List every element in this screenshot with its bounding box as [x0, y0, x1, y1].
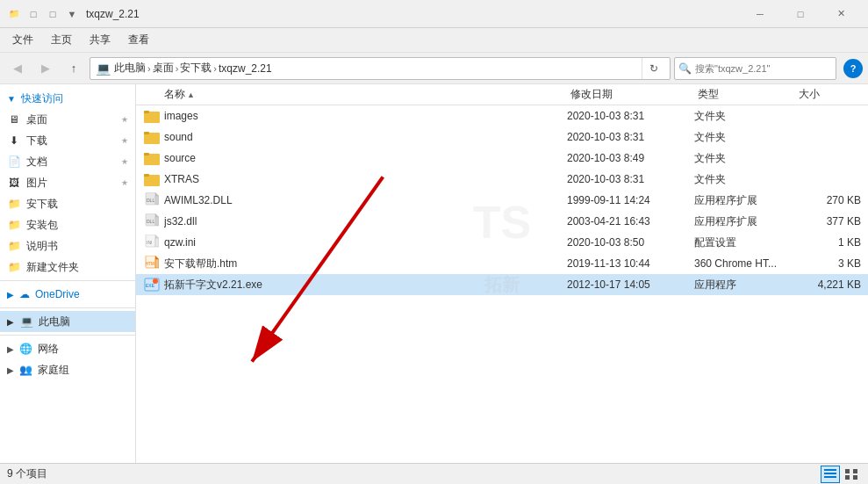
network-icon: 🌐 [19, 343, 32, 355]
search-icon: 🔍 [678, 62, 692, 75]
status-count: 9 个项目 [7, 466, 47, 481]
file-name-qzw-ini: qzw.ini [164, 236, 567, 249]
file-type-images: 文件夹 [694, 109, 795, 124]
file-name-source: source [164, 152, 567, 164]
view-details-button[interactable] [821, 466, 840, 483]
folder-icon-sound [143, 128, 161, 146]
back-button[interactable]: ◀ [5, 56, 30, 81]
file-size-htm: 3 KB [795, 257, 861, 270]
breadcrumb-download[interactable]: 安下载 [180, 61, 212, 76]
svg-rect-36 [853, 475, 857, 480]
folder-icon-source [143, 149, 161, 167]
title-bar-icons: 📁 □ □ ▼ [7, 7, 79, 21]
up-button[interactable]: ↑ [61, 56, 86, 81]
svg-rect-8 [144, 174, 149, 177]
pin-icon-desktop: ★ [121, 115, 128, 124]
col-header-date[interactable]: 修改日期 [567, 84, 694, 105]
download-icon: ⬇ [7, 134, 21, 148]
sidebar-network-header[interactable]: ▶ 🌐 网络 [0, 338, 135, 359]
sidebar-item-desktop[interactable]: 🖥 桌面 ★ [0, 109, 135, 130]
svg-text:DLL: DLL [147, 219, 154, 224]
refresh-button[interactable]: ↻ [642, 57, 664, 80]
col-header-size[interactable]: 大小 [795, 84, 861, 105]
file-date-images: 2020-10-03 8:31 [567, 110, 694, 122]
sidebar-item-shuomingshu[interactable]: 📁 说明书 [0, 235, 135, 256]
desktop-icon: 🖥 [7, 112, 21, 126]
forward-button[interactable]: ▶ [33, 56, 58, 81]
menu-file[interactable]: 文件 [4, 29, 42, 51]
file-date-htm: 2019-11-13 10:44 [567, 257, 694, 270]
file-row-qzw-ini[interactable]: INI qzw.ini 2020-10-03 8:50 配置设置 1 KB [136, 232, 868, 253]
sidebar-quick-access-header[interactable]: ▼ 快速访问 [0, 88, 135, 109]
file-name-images: images [164, 110, 567, 122]
file-name-awiml32: AWIML32.DLL [164, 194, 567, 206]
close-button[interactable]: ✕ [821, 0, 861, 28]
menu-share[interactable]: 共享 [81, 29, 119, 51]
file-row-source[interactable]: source 2020-10-03 8:49 文件夹 [136, 148, 868, 169]
breadcrumb-pc[interactable]: 💻 此电脑 [96, 61, 146, 76]
file-date-qzw-ini: 2020-10-03 8:50 [567, 236, 694, 249]
svg-rect-23 [155, 259, 159, 268]
toolbar: ◀ ▶ ↑ 💻 此电脑 › 桌面 › 安下载 › txqzw_2.21 ↻ 🔍 … [0, 53, 868, 84]
svg-rect-19 [155, 238, 159, 247]
htm-icon: HTM [143, 255, 161, 272]
file-name-xtras: XTRAS [164, 173, 567, 185]
file-list: images 2020-10-03 8:31 文件夹 sound 2020-10… [136, 105, 868, 463]
svg-text:HTM: HTM [146, 262, 154, 266]
sidebar-homegroup-header[interactable]: ▶ 👥 家庭组 [0, 359, 135, 380]
file-type-awiml32: 应用程序扩展 [694, 193, 795, 208]
window-controls: ─ □ ✕ [740, 0, 861, 28]
homegroup-label: 家庭组 [38, 363, 69, 378]
help-button[interactable]: ? [843, 59, 863, 78]
breadcrumb-current[interactable]: txqzw_2.21 [219, 62, 272, 75]
maximize-button[interactable]: □ [780, 0, 821, 28]
file-row-xtras[interactable]: XTRAS 2020-10-03 8:31 文件夹 [136, 169, 868, 190]
col-header-type[interactable]: 类型 [694, 84, 795, 105]
file-name-js32: js32.dll [164, 215, 567, 228]
pictures-icon: 🖼 [7, 176, 21, 190]
window-icon: 📁 [7, 7, 21, 21]
view-buttons [821, 466, 861, 483]
search-box[interactable]: 🔍 [674, 57, 836, 80]
menu-home[interactable]: 主页 [42, 29, 81, 51]
sidebar-item-anzhuangbao[interactable]: 📁 安装包 [0, 214, 135, 235]
sidebar-item-download[interactable]: ⬇ 下载 ★ [0, 130, 135, 151]
breadcrumb-desktop[interactable]: 桌面 [153, 61, 174, 76]
search-input[interactable] [695, 63, 818, 74]
file-list-header: 名称 ▲ 修改日期 类型 大小 [136, 84, 868, 105]
minimize-button[interactable]: ─ [740, 0, 780, 28]
network-label: 网络 [38, 342, 59, 357]
chevron-right-icon-homegroup: ▶ [7, 365, 14, 375]
chevron-down-icon: ▼ [7, 94, 16, 104]
svg-point-27 [153, 278, 158, 284]
file-type-js32: 应用程序扩展 [694, 214, 795, 229]
file-date-awiml32: 1999-09-11 14:24 [567, 194, 694, 206]
file-row-images[interactable]: images 2020-10-03 8:31 文件夹 [136, 105, 868, 126]
view-large-icons-button[interactable] [842, 466, 861, 483]
file-row-exe[interactable]: EXE 拓新千字文v2.21.exe 2012-10-17 14:05 应用程序… [136, 274, 868, 295]
menu-bar: 文件 主页 共享 查看 [0, 28, 868, 53]
file-row-js32[interactable]: DLL js32.dll 2003-04-21 16:43 应用程序扩展 377… [136, 211, 868, 232]
file-row-htm[interactable]: HTM 安下载帮助.htm 2019-11-13 10:44 360 Chrom… [136, 253, 868, 274]
sidebar-item-this-pc[interactable]: ▶ 💻 此电脑 [0, 311, 135, 332]
svg-marker-22 [155, 256, 159, 259]
sidebar-item-newfolder[interactable]: 📁 新建文件夹 [0, 256, 135, 278]
documents-icon: 📄 [7, 155, 21, 169]
onedrive-icon: ☁ [19, 288, 30, 300]
file-type-htm: 360 Chrome HT... [694, 257, 795, 270]
svg-marker-18 [155, 235, 159, 238]
pin-icon-documents: ★ [121, 157, 128, 166]
chevron-right-icon-onedrive: ▶ [7, 290, 14, 300]
file-row-awiml32[interactable]: DLL AWIML32.DLL 1999-09-11 14:24 应用程序扩展 … [136, 190, 868, 211]
folder-icon-anxiazai: 📁 [7, 197, 21, 211]
svg-rect-35 [845, 475, 850, 480]
sidebar-item-anxiazai[interactable]: 📁 安下载 [0, 193, 135, 214]
sidebar-item-documents[interactable]: 📄 文档 ★ [0, 151, 135, 172]
menu-view[interactable]: 查看 [119, 29, 158, 51]
sidebar-onedrive-header[interactable]: ▶ ☁ OneDrive [0, 284, 135, 305]
col-header-name[interactable]: 名称 ▲ [161, 84, 567, 105]
sidebar-item-pictures[interactable]: 🖼 图片 ★ [0, 172, 135, 193]
address-bar[interactable]: 💻 此电脑 › 桌面 › 安下载 › txqzw_2.21 ↻ [90, 57, 671, 80]
file-row-sound[interactable]: sound 2020-10-03 8:31 文件夹 [136, 126, 868, 148]
chevron-right-icon-network: ▶ [7, 344, 14, 354]
